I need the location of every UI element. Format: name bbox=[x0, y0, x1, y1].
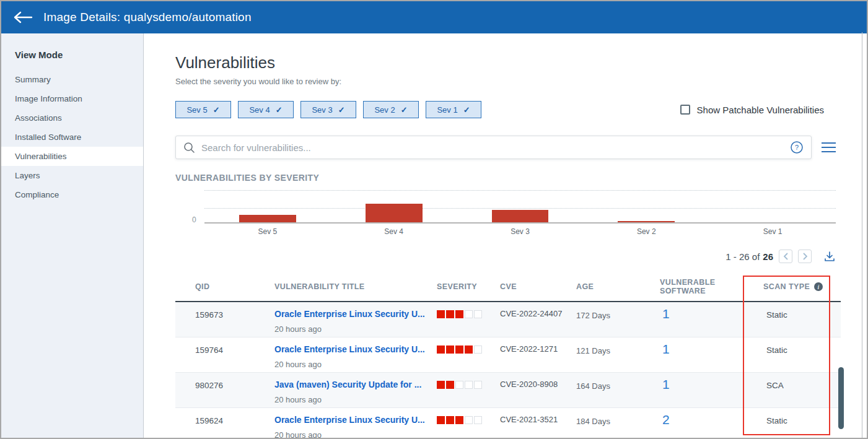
check-icon: ✓ bbox=[463, 105, 470, 115]
title-cell: Oracle Enterprise Linux Security U...20 … bbox=[274, 302, 437, 337]
back-button[interactable] bbox=[10, 8, 36, 27]
table-row[interactable]: 159764Oracle Enterprise Linux Security U… bbox=[175, 337, 841, 373]
sidebar: View Mode SummaryImage InformationAssoci… bbox=[1, 33, 144, 438]
sidebar-item-image-information[interactable]: Image Information bbox=[1, 89, 143, 108]
chevron-left-icon bbox=[783, 253, 789, 260]
vulnerability-title-link[interactable]: Oracle Enterprise Linux Security U... bbox=[274, 309, 437, 319]
sidebar-title: View Mode bbox=[1, 33, 143, 60]
severity-filter-sev-4[interactable]: Sev 4✓ bbox=[238, 101, 294, 118]
sidebar-item-summary[interactable]: Summary bbox=[1, 70, 143, 89]
title-cell: Oracle Enterprise Linux Security U...20 … bbox=[274, 408, 437, 438]
severity-square bbox=[474, 346, 482, 354]
column-header-label: QID bbox=[195, 282, 209, 291]
severity-filter-sev-2[interactable]: Sev 2✓ bbox=[363, 101, 419, 118]
title-cell: Java (maven) Security Update for ...20 h… bbox=[274, 373, 437, 407]
main-panel: Vulnerabilities Select the severity you … bbox=[144, 33, 867, 438]
vulnerable-software-count[interactable]: 1 bbox=[660, 302, 763, 337]
vertical-scrollbar-thumb[interactable] bbox=[838, 367, 844, 429]
severity-square bbox=[465, 346, 473, 354]
pagination: 1 - 26 of26 bbox=[144, 250, 836, 263]
panel-right-divider bbox=[862, 32, 862, 438]
vulnerable-software-count[interactable]: 2 bbox=[660, 408, 763, 438]
vulnerability-title-link[interactable]: Java (maven) Security Update for ... bbox=[274, 380, 437, 389]
cve-cell: CVE-2020-8908 bbox=[500, 373, 576, 407]
severity-filter-sev-3[interactable]: Sev 3✓ bbox=[300, 101, 356, 118]
age-cell: 172 Days bbox=[576, 302, 660, 337]
pagination-range-text: 1 - 26 of bbox=[726, 251, 760, 262]
prev-page-button[interactable] bbox=[779, 250, 792, 263]
column-header-label: AGE bbox=[576, 282, 594, 291]
sidebar-item-vulnerabilities[interactable]: Vulnerabilities bbox=[1, 147, 143, 166]
search-row: ? bbox=[175, 136, 836, 159]
severity-filter-label: Sev 5 bbox=[186, 105, 207, 115]
age-cell: 121 Days bbox=[576, 337, 660, 372]
chart-bar-sev-2 bbox=[618, 221, 675, 223]
chart-x-label: Sev 1 bbox=[709, 227, 836, 236]
qid-cell: 159624 bbox=[175, 408, 274, 438]
info-icon[interactable]: i bbox=[814, 282, 823, 291]
severity-filter-label: Sev 3 bbox=[312, 105, 332, 115]
column-header-label: CVE bbox=[500, 282, 517, 291]
next-page-button[interactable] bbox=[798, 250, 812, 263]
column-header-qid: QID bbox=[175, 278, 274, 295]
column-header-scan-type: SCAN TYPEi bbox=[763, 278, 841, 295]
section-heading: Vulnerabilities bbox=[175, 53, 867, 72]
severity-filter-sev-1[interactable]: Sev 1✓ bbox=[426, 101, 481, 118]
vulnerable-software-count[interactable]: 1 bbox=[660, 337, 763, 372]
download-icon bbox=[823, 251, 836, 263]
check-icon: ✓ bbox=[276, 105, 283, 115]
severity-filter-sev-5[interactable]: Sev 5✓ bbox=[175, 101, 231, 118]
sidebar-item-installed-software[interactable]: Installed Software bbox=[1, 128, 143, 147]
scan-type-cell: SCA bbox=[763, 373, 841, 407]
search-input[interactable] bbox=[201, 142, 790, 153]
topbar: Image Details: qualysdemo/automation bbox=[1, 1, 867, 33]
severity-square bbox=[474, 416, 482, 424]
back-arrow-icon bbox=[12, 11, 33, 24]
severity-filter-label: Sev 2 bbox=[374, 105, 395, 115]
chart-bar-column bbox=[709, 185, 836, 222]
filter-row: Sev 5✓Sev 4✓Sev 3✓Sev 2✓Sev 1✓ Show Patc… bbox=[175, 101, 824, 118]
severity-square bbox=[455, 310, 463, 318]
chart-x-labels: Sev 5Sev 4Sev 3Sev 2Sev 1 bbox=[204, 227, 836, 236]
vulnerable-software-count[interactable]: 1 bbox=[660, 373, 763, 407]
column-header-label: SEVERITY bbox=[437, 282, 477, 291]
vulnerability-title-link[interactable]: Oracle Enterprise Linux Security U... bbox=[274, 415, 437, 425]
chart-bar-column bbox=[331, 185, 457, 222]
patchable-checkbox[interactable] bbox=[680, 105, 690, 115]
menu-icon[interactable] bbox=[822, 141, 836, 154]
title-cell: Oracle Enterprise Linux Security U...20 … bbox=[274, 337, 437, 372]
sidebar-item-layers[interactable]: Layers bbox=[1, 166, 143, 185]
vulnerability-title-link[interactable]: Oracle Enterprise Linux Security U... bbox=[274, 344, 437, 354]
column-header-severity: SEVERITY bbox=[437, 278, 500, 295]
sidebar-item-compliance[interactable]: Compliance bbox=[1, 185, 143, 204]
scan-type-cell: Static bbox=[763, 408, 841, 438]
table-body: 159673Oracle Enterprise Linux Security U… bbox=[175, 302, 841, 438]
table-header: QIDVULNERABILITY TITLESEVERITYCVEAGEVULN… bbox=[175, 273, 841, 302]
download-button[interactable] bbox=[823, 251, 836, 263]
column-header-label: VULNERABLE SOFTWARE bbox=[660, 278, 763, 295]
severity-square bbox=[446, 346, 454, 354]
cve-cell: CVE-2022-1271 bbox=[500, 337, 576, 372]
chart-bar-sev-5 bbox=[239, 215, 296, 223]
table-row[interactable]: 980276Java (maven) Security Update for .… bbox=[175, 373, 841, 408]
y-axis-zero-label: 0 bbox=[192, 215, 196, 224]
patchable-filter[interactable]: Show Patchable Vulnerabilities bbox=[680, 105, 824, 115]
svg-text:?: ? bbox=[795, 144, 799, 151]
chart-x-label: Sev 5 bbox=[204, 227, 331, 236]
severity-square bbox=[446, 310, 454, 318]
pagination-range: 1 - 26 of26 bbox=[726, 251, 773, 262]
section-subtitle: Select the severity you would like to re… bbox=[175, 77, 867, 86]
chevron-right-icon bbox=[802, 253, 808, 260]
severity-square bbox=[474, 310, 482, 318]
severity-cell bbox=[437, 408, 500, 438]
severity-filter-label: Sev 4 bbox=[249, 105, 270, 115]
chart-x-label: Sev 3 bbox=[457, 227, 584, 236]
detected-time: 20 hours ago bbox=[274, 395, 437, 404]
sidebar-item-associations[interactable]: Associations bbox=[1, 108, 143, 128]
qid-cell: 980276 bbox=[175, 373, 274, 407]
table-row[interactable]: 159624Oracle Enterprise Linux Security U… bbox=[175, 408, 841, 438]
help-icon[interactable]: ? bbox=[790, 141, 804, 154]
severity-cell bbox=[437, 373, 500, 407]
severity-square bbox=[446, 416, 454, 424]
table-row[interactable]: 159673Oracle Enterprise Linux Security U… bbox=[175, 302, 841, 337]
